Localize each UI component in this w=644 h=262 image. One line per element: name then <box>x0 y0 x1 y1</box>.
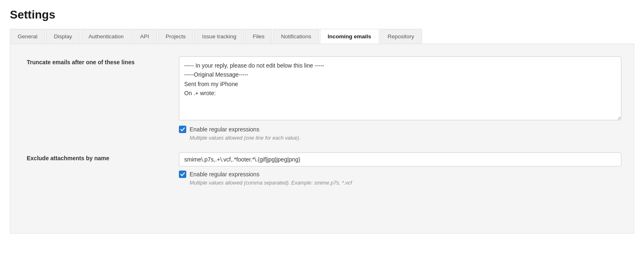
truncate-regex-checkbox-row: Enable regular expressions <box>179 126 621 133</box>
exclude-attachments-section: Exclude attachments by name Enable regul… <box>23 152 621 186</box>
truncate-regex-label: Enable regular expressions <box>190 126 259 133</box>
tabs-bar: General Display Authentication API Proje… <box>10 29 634 44</box>
truncate-emails-section: Truncate emails after one of these lines… <box>23 56 621 141</box>
truncate-emails-label: Truncate emails after one of these lines <box>23 56 179 66</box>
exclude-attachments-control: Enable regular expressions Multiple valu… <box>179 152 621 186</box>
exclude-hint: Multiple values allowed (comma separated… <box>179 180 621 186</box>
content-area: Truncate emails after one of these lines… <box>10 44 634 234</box>
exclude-regex-checkbox[interactable] <box>179 171 186 178</box>
tab-general[interactable]: General <box>10 29 45 44</box>
exclude-regex-checkbox-row: Enable regular expressions <box>179 171 621 178</box>
exclude-regex-label: Enable regular expressions <box>190 171 259 178</box>
truncate-emails-control: Enable regular expressions Multiple valu… <box>179 56 621 141</box>
exclude-attachments-label: Exclude attachments by name <box>23 152 179 161</box>
truncate-hint: Multiple values allowed (one line for ea… <box>179 135 621 141</box>
tab-files[interactable]: Files <box>245 29 273 44</box>
page-title: Settings <box>10 8 634 21</box>
exclude-attachments-input[interactable] <box>179 152 621 166</box>
checkmark-icon <box>180 127 185 132</box>
tab-issue-tracking[interactable]: Issue tracking <box>194 29 244 44</box>
truncate-emails-textarea[interactable] <box>179 56 621 120</box>
tab-display[interactable]: Display <box>46 29 80 44</box>
tab-notifications[interactable]: Notifications <box>273 29 319 44</box>
tab-repository[interactable]: Repository <box>380 29 422 44</box>
tab-api[interactable]: API <box>132 29 157 44</box>
checkmark-icon-2 <box>180 172 185 177</box>
tab-incoming-emails[interactable]: Incoming emails <box>320 29 379 44</box>
tab-authentication[interactable]: Authentication <box>81 29 132 44</box>
tab-projects[interactable]: Projects <box>158 29 194 44</box>
truncate-regex-checkbox[interactable] <box>179 126 186 133</box>
